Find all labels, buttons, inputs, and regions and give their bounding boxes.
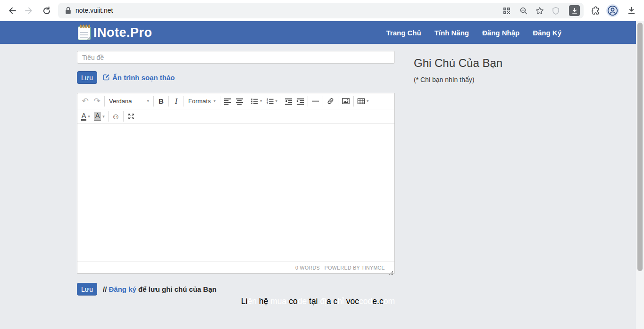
forward-icon[interactable] bbox=[25, 6, 33, 15]
align-center-icon[interactable] bbox=[234, 95, 245, 107]
toolbar-separator bbox=[308, 96, 308, 107]
save-row-top: Lưu Ẩn trình soạn thảo bbox=[77, 71, 175, 84]
toolbar-separator bbox=[153, 96, 154, 107]
toolbar-separator bbox=[281, 96, 281, 107]
brand-name: INote.Pro bbox=[93, 25, 152, 40]
extensions-puzzle-icon[interactable] bbox=[591, 6, 600, 15]
editor-status-bar: 0 WORDS POWERED BY TINYMCE bbox=[77, 262, 394, 273]
register-link[interactable]: Đăng ký bbox=[109, 285, 136, 293]
save-row-bottom: Lưu // Đăng ký để lưu ghi chú của Bạn bbox=[77, 283, 217, 296]
watermark-segment: cod bbox=[359, 296, 372, 306]
italic-icon[interactable]: I bbox=[170, 95, 182, 107]
register-hint: // Đăng ký để lưu ghi chú của Bạn bbox=[103, 285, 217, 293]
redo-icon[interactable]: ↷ bbox=[91, 95, 103, 107]
toolbar-separator bbox=[108, 111, 109, 122]
vertical-scrollbar[interactable] bbox=[636, 21, 644, 329]
page-content: Lưu Ẩn trình soạn thảo ↶ ↷ Verdana ▾ bbox=[0, 44, 636, 329]
watermark-segment: co bbox=[286, 296, 297, 306]
address-bar[interactable]: note.vuiit.net bbox=[58, 3, 584, 18]
profile-avatar-icon[interactable] bbox=[606, 4, 619, 17]
editor-content-area[interactable] bbox=[77, 124, 394, 262]
brand-logo[interactable]: INote.Pro bbox=[78, 25, 152, 40]
insert-table-icon[interactable]: ▾ bbox=[355, 95, 371, 107]
scrollbar-thumb[interactable] bbox=[637, 23, 643, 271]
nav-item-login[interactable]: Đăng Nhập bbox=[482, 29, 519, 37]
toolbar-separator bbox=[353, 96, 354, 107]
fullscreen-icon[interactable] bbox=[125, 110, 137, 123]
app-window: note.vuiit.net bbox=[0, 0, 644, 329]
rich-text-editor: ↶ ↷ Verdana ▾ B I Formats ▾ bbox=[77, 93, 395, 274]
qr-code-icon[interactable] bbox=[502, 7, 511, 15]
background-color-icon[interactable]: A ▾ bbox=[92, 110, 107, 123]
zoom-out-icon[interactable] bbox=[519, 7, 528, 15]
hide-editor-link[interactable]: Ẩn trình soạn thảo bbox=[103, 74, 175, 82]
insert-image-icon[interactable] bbox=[340, 95, 352, 107]
watermark-segment: om bbox=[384, 296, 395, 306]
editor-toolbar: ↶ ↷ Verdana ▾ B I Formats ▾ bbox=[77, 93, 394, 124]
emoticons-icon[interactable]: ☺ bbox=[110, 110, 122, 123]
align-left-icon[interactable] bbox=[222, 95, 234, 107]
watermark-segment: hệ bbox=[257, 296, 268, 306]
watermark-segment: e.c bbox=[372, 296, 383, 306]
svg-text:3: 3 bbox=[266, 101, 268, 105]
watermark-segment: a c bbox=[326, 296, 337, 306]
font-family-value: Verdana bbox=[109, 98, 132, 105]
numbered-list-icon[interactable]: 123 ▾ bbox=[264, 95, 280, 107]
shield-icon[interactable] bbox=[552, 7, 560, 15]
chevron-down-icon: ▾ bbox=[88, 115, 90, 119]
bullet-list-icon[interactable]: ▾ bbox=[249, 95, 264, 107]
horizontal-rule-icon[interactable] bbox=[309, 95, 321, 107]
downloads-tray-icon[interactable] bbox=[627, 6, 636, 15]
toolbar-row-1: ↶ ↷ Verdana ▾ B I Formats ▾ bbox=[77, 93, 394, 109]
undo-icon[interactable]: ↶ bbox=[79, 95, 91, 107]
note-title-input[interactable] bbox=[77, 51, 395, 64]
edit-icon bbox=[103, 74, 110, 82]
chevron-down-icon: ▾ bbox=[147, 99, 149, 103]
nav-menu: Trang Chủ Tính Năng Đăng Nhập Đăng Ký bbox=[386, 29, 561, 37]
chevron-down-icon: ▾ bbox=[213, 99, 216, 103]
visibility-note: (* Chỉ bạn nhìn thấy) bbox=[414, 76, 502, 83]
indent-icon[interactable] bbox=[294, 95, 306, 107]
lock-icon[interactable] bbox=[65, 7, 72, 15]
toolbar-separator bbox=[323, 96, 323, 107]
reload-icon[interactable] bbox=[42, 6, 51, 15]
nav-item-register[interactable]: Đăng Ký bbox=[533, 29, 561, 37]
save-button-bottom[interactable]: Lưu bbox=[77, 283, 97, 296]
nav-item-features[interactable]: Tính Năng bbox=[435, 29, 469, 37]
toolbar-separator bbox=[184, 96, 184, 107]
text-color-icon[interactable]: A ▾ bbox=[79, 110, 92, 123]
watermark-segment: đị bbox=[318, 296, 326, 306]
register-prefix: // bbox=[103, 285, 109, 293]
chevron-down-icon: ▾ bbox=[276, 99, 278, 103]
formats-select[interactable]: Formats ▾ bbox=[185, 95, 218, 107]
chevron-down-icon: ▾ bbox=[367, 99, 369, 103]
formats-label: Formats bbox=[188, 98, 211, 105]
back-icon[interactable] bbox=[8, 6, 17, 15]
watermark-segment: Li bbox=[241, 296, 248, 306]
watermark-segment: mua bbox=[268, 296, 286, 306]
download-active-icon[interactable] bbox=[569, 5, 580, 16]
bookmark-star-icon[interactable] bbox=[535, 7, 544, 15]
font-family-select[interactable]: Verdana ▾ bbox=[106, 95, 152, 107]
powered-by-label: POWERED BY TINYMCE bbox=[325, 265, 385, 271]
toolbar-separator bbox=[123, 111, 124, 122]
watermark-segment: voc bbox=[344, 296, 359, 306]
toolbar-separator bbox=[247, 96, 247, 107]
insert-link-icon[interactable] bbox=[325, 95, 336, 107]
url-text[interactable]: note.vuiit.net bbox=[75, 7, 113, 15]
chevron-down-icon: ▾ bbox=[102, 115, 105, 119]
toolbar-separator bbox=[104, 96, 105, 107]
notepad-icon bbox=[78, 26, 91, 40]
outdent-icon[interactable] bbox=[283, 95, 294, 107]
your-notes-heading: Ghi Chú Của Bạn bbox=[414, 57, 502, 70]
toolbar-separator bbox=[220, 96, 220, 107]
your-notes-panel: Ghi Chú Của Bạn (* Chỉ bạn nhìn thấy) bbox=[414, 57, 502, 83]
save-button-top[interactable]: Lưu bbox=[77, 71, 97, 84]
resize-grip[interactable] bbox=[392, 271, 393, 272]
nav-item-home[interactable]: Trang Chủ bbox=[386, 29, 421, 37]
toolbar-separator bbox=[168, 96, 169, 107]
bold-icon[interactable]: B bbox=[155, 95, 167, 107]
register-suffix: để lưu ghi chú của Bạn bbox=[136, 285, 217, 293]
watermark-segment: ên bbox=[248, 296, 257, 306]
site-navbar: INote.Pro Trang Chủ Tính Năng Đăng Nhập … bbox=[0, 21, 636, 44]
